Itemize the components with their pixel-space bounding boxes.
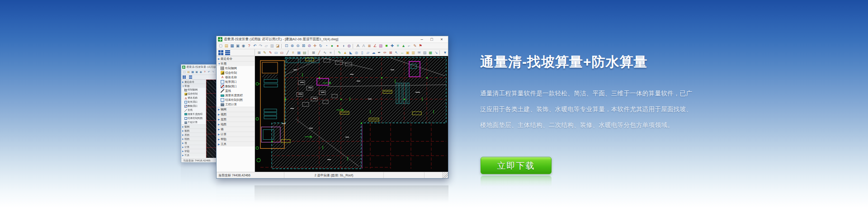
redo-icon[interactable]: ↷ xyxy=(258,43,263,48)
new-file-icon[interactable]: ▢ xyxy=(218,43,223,48)
snap-icon[interactable]: ✳ xyxy=(395,43,400,48)
sidebar-item-rename[interactable]: 修改名称 xyxy=(217,75,255,80)
sidebar-item-rename[interactable]: 修改名称 xyxy=(181,96,206,100)
axis-grid-icon[interactable]: ⊞ xyxy=(257,50,262,55)
arc-icon[interactable]: ∿ xyxy=(322,50,327,55)
corner-icon[interactable]: ⌐ xyxy=(407,43,412,48)
sidebar-group-calculate[interactable]: ▶ 计算 xyxy=(181,145,206,149)
list-view-icon[interactable] xyxy=(189,76,192,79)
list-view-icon[interactable] xyxy=(225,50,230,55)
sidebar-item-measure[interactable]: 测量长度面积 xyxy=(217,93,255,98)
sidebar-group-view[interactable]: ▶ 视图 xyxy=(181,128,206,132)
save-icon[interactable]: ▦ xyxy=(230,43,235,48)
attach-icon[interactable]: ✎ xyxy=(412,43,417,48)
sidebar-item-project-calc[interactable]: 工程计算 xyxy=(181,120,206,124)
filter-icon[interactable]: ▼ xyxy=(443,50,448,55)
grid-view-icon[interactable] xyxy=(183,76,186,79)
sidebar-group-view[interactable]: ▶ 视图 xyxy=(217,112,255,117)
sidebar-group-help[interactable]: ▶ 帮助 xyxy=(181,149,206,153)
sidebar-group-common[interactable]: ▼ 常用 xyxy=(217,61,255,66)
zoom-window-icon[interactable]: ⊡ xyxy=(284,43,289,48)
sidebar-item-line[interactable]: 直线 xyxy=(181,108,206,112)
text-icon[interactable]: A xyxy=(355,43,360,48)
select-box-icon[interactable]: ⊠ xyxy=(388,50,393,55)
sheet2-icon[interactable]: ▤ xyxy=(302,50,307,55)
preview-icon[interactable]: ◉ xyxy=(241,43,246,48)
tree-icon[interactable]: ▲ xyxy=(401,43,406,48)
sheet-icon[interactable]: ▱ xyxy=(264,43,269,48)
cloud-icon[interactable]: ☁ xyxy=(371,50,376,55)
sidebar-group-recent-commands[interactable]: ▶ 最近命令 xyxy=(181,80,206,84)
minimize-button[interactable]: – xyxy=(417,36,427,43)
column-icon[interactable]: ▯ xyxy=(360,50,365,55)
paste2-icon[interactable]: ▥ xyxy=(411,50,416,55)
zoom-extents-icon[interactable]: ⊠ xyxy=(301,43,306,48)
grid2-icon[interactable]: ⊞ xyxy=(311,50,316,55)
print-icon[interactable]: ▣ xyxy=(195,70,198,74)
sphere-green-icon[interactable]: ● xyxy=(330,43,335,48)
download-button[interactable]: 立即下载 xyxy=(481,157,552,174)
sidebar-group-floor[interactable]: ▶ 地面 xyxy=(217,122,255,127)
export-icon[interactable]: ↘ xyxy=(434,50,439,55)
sidebar-group-floor[interactable]: ▶ 地面 xyxy=(181,137,206,141)
slope-draw-icon[interactable]: ✎ xyxy=(262,50,267,55)
cad-canvas[interactable] xyxy=(255,56,448,172)
print-icon[interactable]: ▣ xyxy=(235,43,240,48)
maximize-button[interactable]: □ xyxy=(427,36,437,43)
spline-icon[interactable]: ≈ xyxy=(328,50,333,55)
callout-icon[interactable]: ✉ xyxy=(417,50,422,55)
new-file-icon[interactable]: ▢ xyxy=(183,70,186,74)
sidebar-group-axis-grid[interactable]: ▶ 轴网 xyxy=(181,124,206,128)
sidebar-group-tools[interactable]: ▶ 工具 xyxy=(217,142,255,147)
cone-icon[interactable]: ▲ xyxy=(343,50,348,55)
rect-opening-icon[interactable]: ▭ xyxy=(274,50,278,55)
color-swatch-icon[interactable]: ■ xyxy=(384,43,389,48)
sidebar-item-delete-opening[interactable]: 删除洞口 xyxy=(181,104,206,108)
sidebar-item-composite-draw[interactable]: 综合绘制 xyxy=(181,92,206,96)
sidebar-group-tools[interactable]: ▶ 工具 xyxy=(181,153,206,157)
regen-icon[interactable]: ↻ xyxy=(318,43,323,48)
undo-icon[interactable]: ↶ xyxy=(207,70,211,74)
excel-export-icon[interactable]: ▦ xyxy=(428,50,433,55)
pen-icon[interactable]: ✒ xyxy=(377,50,382,55)
ramp-icon[interactable]: ◣ xyxy=(349,50,354,55)
polyline-icon[interactable]: ╱ xyxy=(317,50,322,55)
line-icon[interactable]: ╱ xyxy=(285,50,290,55)
sidebar-item-result-to-drawing[interactable]: 结果绘制到图 xyxy=(181,116,206,120)
sidebar-item-rect-opening[interactable]: 矩形洞口 xyxy=(181,100,206,104)
palette-icon[interactable]: ▨ xyxy=(378,43,383,48)
slope-icon[interactable]: ✎ xyxy=(337,50,342,55)
sidebar-item-composite-draw[interactable]: 综合绘制 xyxy=(217,71,255,75)
copy-icon[interactable]: ▥ xyxy=(269,43,274,48)
sidebar-group-wall[interactable]: ▶ 墙 xyxy=(181,141,206,145)
sphere-red-icon[interactable]: ● xyxy=(335,43,340,48)
sidebar-group-calculate[interactable]: ▶ 计算 xyxy=(217,132,255,137)
mtext-icon[interactable]: A xyxy=(361,43,366,48)
zoom-in-icon[interactable]: ⊕ xyxy=(290,43,295,48)
open-folder-icon[interactable]: ▤ xyxy=(224,43,229,48)
resize-grip[interactable] xyxy=(443,172,448,178)
sidebar-group-common[interactable]: ▼ 常用 xyxy=(181,84,206,88)
erase-icon[interactable]: ◪ xyxy=(275,43,280,48)
sidebar-item-draw-axis-grid[interactable]: 绘制轴网 xyxy=(181,88,206,92)
shade-icon[interactable]: ◑ xyxy=(341,43,346,48)
sidebar-group-roof[interactable]: ▶ 屋面 xyxy=(181,132,206,137)
pick-icon[interactable]: ↖ xyxy=(394,50,399,55)
render-icon[interactable]: ◍ xyxy=(347,43,352,48)
sidebar-item-result-to-drawing[interactable]: 结果绘制到图 xyxy=(217,98,255,102)
ring-icon[interactable]: ◎ xyxy=(354,50,359,55)
sidebar-group-roof[interactable]: ▶ 屋面 xyxy=(217,117,255,122)
copy2-icon[interactable]: ▣ xyxy=(405,50,410,55)
help-icon[interactable]: ? xyxy=(203,70,207,74)
pan-icon[interactable]: ✛ xyxy=(312,43,317,48)
angle-icon[interactable]: ∠ xyxy=(373,43,377,48)
help-icon[interactable]: ? xyxy=(247,43,252,48)
sidebar-group-recent-commands[interactable]: ▶ 最近命令 xyxy=(217,56,255,61)
rename-icon[interactable]: ✎ xyxy=(268,50,273,55)
sidebar-group-axis-grid[interactable]: ▶ 轴网 xyxy=(217,107,255,112)
grid-view-icon[interactable] xyxy=(218,50,223,55)
zoom-previous-icon[interactable]: ⊘ xyxy=(307,43,312,48)
sidebar-item-draw-axis-grid[interactable]: 绘制轴网 xyxy=(217,66,255,71)
hatch-icon[interactable]: ▨ xyxy=(422,50,427,55)
orbit-icon[interactable]: ◔ xyxy=(324,43,329,48)
